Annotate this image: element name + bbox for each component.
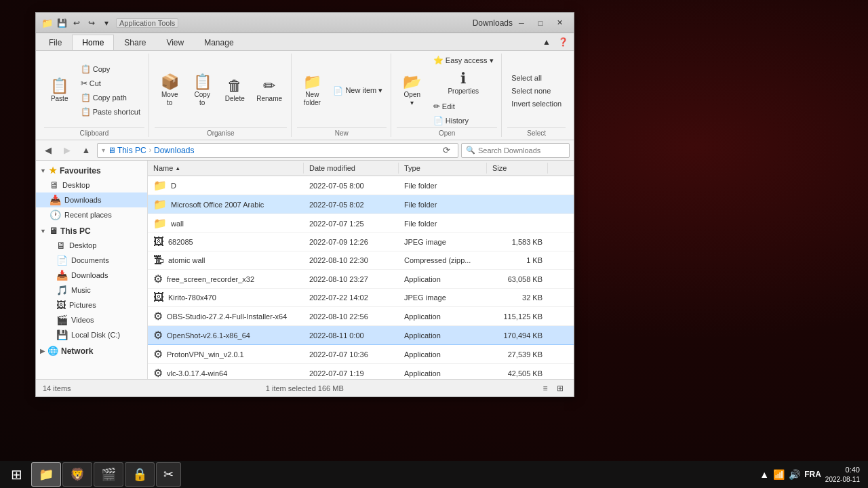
move-to-button[interactable]: 📦 Moveto <box>154 71 185 110</box>
close-button[interactable]: ✕ <box>551 16 568 30</box>
col-header-type[interactable]: Type <box>399 163 487 174</box>
tab-manage[interactable]: Manage <box>194 35 243 50</box>
nav-item-downloads2[interactable]: 📥 Downloads <box>36 268 147 283</box>
taskbar: ⊞ 📁 🦁 🎬 🔒 ✂ ▲ 📶 🔊 FRA 0:40 2022-08-11 <box>0 461 868 488</box>
file-name: free_screen_recorder_x32 <box>167 275 254 283</box>
thispc-header[interactable]: ▼ 🖥 This PC <box>36 224 147 238</box>
table-row[interactable]: 🖼 Kirito-780x470 2022-07-22 14:02 JPEG i… <box>148 289 574 307</box>
refresh-button[interactable]: ⟳ <box>439 143 454 158</box>
network-header[interactable]: ▶ 🌐 Network <box>36 344 147 358</box>
ribbon-help[interactable]: ❓ <box>556 35 570 49</box>
new-folder-button[interactable]: 📁 Newfolder <box>296 71 328 110</box>
tab-share[interactable]: Share <box>114 35 156 50</box>
table-row[interactable]: 🗜 atomic wall 2022-08-10 22:30 Compresse… <box>148 251 574 270</box>
tray-expand-icon[interactable]: ▲ <box>760 469 769 480</box>
network-chevron: ▶ <box>40 348 45 354</box>
select-all-button[interactable]: Select all <box>507 72 566 84</box>
table-row[interactable]: ⚙ OBS-Studio-27.2.4-Full-Installer-x64 2… <box>148 307 574 326</box>
taskbar-explorer[interactable]: 📁 <box>31 462 61 487</box>
nav-item-downloads[interactable]: 📥 Downloads <box>36 192 147 207</box>
details-view-button[interactable]: ≡ <box>538 382 552 394</box>
start-button[interactable]: ⊞ <box>3 462 30 487</box>
table-row[interactable]: 📁 Microsoft Office 2007 Arabic 2022-07-0… <box>148 195 574 214</box>
favourites-section: ▼ ★ Favourites 🖥 Desktop 📥 Downloads 🕐 R… <box>36 163 147 222</box>
ribbon-tabs: File Home Share View Manage ▲ ❓ <box>36 33 574 51</box>
qat-dropdown[interactable]: ▾ <box>100 16 113 30</box>
cut-button[interactable]: ✂ Cut <box>77 77 144 90</box>
recent-nav-icon: 🕐 <box>50 209 61 220</box>
tab-view[interactable]: View <box>156 35 194 50</box>
ribbon-collapse[interactable]: ▲ <box>540 35 553 49</box>
open-button[interactable]: 📂 Open ▾ <box>397 71 428 110</box>
thispc-chevron: ▼ <box>40 228 46 235</box>
table-row[interactable]: 📁 wall 2022-07-07 1:25 File folder <box>148 214 574 233</box>
history-button[interactable]: 📄 History <box>429 114 498 127</box>
nav-item-music[interactable]: 🎵 Music <box>36 283 147 298</box>
paste-shortcut-button[interactable]: 📋 Paste shortcut <box>77 105 144 119</box>
col-header-name[interactable]: Name ▲ <box>148 163 304 174</box>
col-header-date[interactable]: Date modified <box>304 163 399 174</box>
up-button[interactable]: ▲ <box>78 143 94 158</box>
tray-volume-icon[interactable]: 🔊 <box>789 469 800 480</box>
clipboard-group: 📋 Paste 📋 Copy ✂ Cut 📋 <box>40 54 149 137</box>
tray-network-icon[interactable]: 📶 <box>773 469 785 480</box>
move-to-icon: 📦 <box>161 75 179 89</box>
nav-item-desktop[interactable]: 🖥 Desktop <box>36 178 147 192</box>
file-icon: ⚙ <box>153 329 163 342</box>
select-none-button[interactable]: Select none <box>507 85 566 97</box>
nav-item-pictures[interactable]: 🖼 Pictures <box>36 298 147 312</box>
table-row[interactable]: ⚙ vlc-3.0.17.4-win64 2022-07-07 1:19 App… <box>148 364 574 379</box>
favourites-header[interactable]: ▼ ★ Favourites <box>36 163 147 178</box>
new-item-button[interactable]: 📄 New item ▾ <box>329 84 387 98</box>
copy-path-button[interactable]: 📋 Copy path <box>77 91 144 104</box>
copy-button[interactable]: 📋 Copy <box>77 62 144 76</box>
taskbar-vsdc[interactable]: 🎬 <box>94 462 123 487</box>
delete-button[interactable]: 🗑 Delete <box>219 75 250 106</box>
address-bar: ◀ ▶ ▲ ▾ 🖥 This PC › Downloads ⟳ 🔍 <box>36 140 574 161</box>
taskbar-protonvpn[interactable]: 🔒 <box>125 462 155 487</box>
nav-item-recent[interactable]: 🕐 Recent places <box>36 207 147 222</box>
back-button[interactable]: ◀ <box>40 143 56 158</box>
path-segment-thispc[interactable]: 🖥 This PC <box>108 146 146 155</box>
copy-to-button[interactable]: 📋 Copyto <box>186 71 218 110</box>
file-type: File folder <box>399 217 487 230</box>
qat-save[interactable]: 💾 <box>55 16 68 30</box>
nav-item-documents[interactable]: 📄 Documents <box>36 253 147 268</box>
large-icons-view-button[interactable]: ⊞ <box>553 382 567 394</box>
file-name: D <box>171 182 176 190</box>
nav-item-videos[interactable]: 🎬 Videos <box>36 312 147 327</box>
nav-item-localdisk[interactable]: 💾 Local Disk (C:) <box>36 327 147 342</box>
table-row[interactable]: 🖼 682085 2022-07-09 12:26 JPEG image 1,5… <box>148 233 574 251</box>
maximize-button[interactable]: □ <box>532 16 549 30</box>
taskbar-openshot[interactable]: ✂ <box>156 462 181 487</box>
tray-language[interactable]: FRA <box>804 470 821 479</box>
file-date: 2022-07-07 1:19 <box>304 367 399 380</box>
table-row[interactable]: ⚙ free_screen_recorder_x32 2022-08-10 23… <box>148 270 574 289</box>
file-name-cell: 🖼 682085 <box>148 233 304 251</box>
qat-undo[interactable]: ↩ <box>70 16 83 30</box>
taskbar-brave[interactable]: 🦁 <box>62 462 92 487</box>
table-row[interactable]: ⚙ OpenShot-v2.6.1-x86_64 2022-08-11 0:00… <box>148 326 574 345</box>
path-segment-downloads[interactable]: Downloads <box>154 146 194 155</box>
file-name: 682085 <box>168 238 193 246</box>
edit-button[interactable]: ✏ Edit <box>429 100 498 113</box>
easy-access-button[interactable]: ⭐ Easy access ▾ <box>429 54 498 67</box>
table-row[interactable]: 📁 D 2022-07-05 8:00 File folder <box>148 176 574 195</box>
properties-button[interactable]: ℹ Properties <box>429 68 498 99</box>
tab-file[interactable]: File <box>39 35 72 50</box>
qat-redo[interactable]: ↪ <box>85 16 98 30</box>
item-count: 14 items <box>43 384 71 392</box>
tray-clock[interactable]: 0:40 2022-08-11 <box>825 465 860 483</box>
ribbon: File Home Share View Manage ▲ ❓ 📋 Paste <box>36 33 574 140</box>
paste-button[interactable]: 📋 Paste <box>44 75 75 106</box>
invert-selection-button[interactable]: Invert selection <box>507 98 566 110</box>
nav-item-desktop2[interactable]: 🖥 Desktop <box>36 238 147 253</box>
col-header-size[interactable]: Size <box>487 163 548 174</box>
forward-button[interactable]: ▶ <box>59 143 75 158</box>
organise-label: Organise <box>155 127 287 137</box>
table-row[interactable]: ⚙ ProtonVPN_win_v2.0.1 2022-07-07 10:36 … <box>148 345 574 364</box>
tab-home[interactable]: Home <box>72 35 114 50</box>
search-input[interactable] <box>478 146 566 155</box>
rename-button[interactable]: ✏ Rename <box>252 75 287 106</box>
minimize-button[interactable]: ─ <box>513 16 530 30</box>
